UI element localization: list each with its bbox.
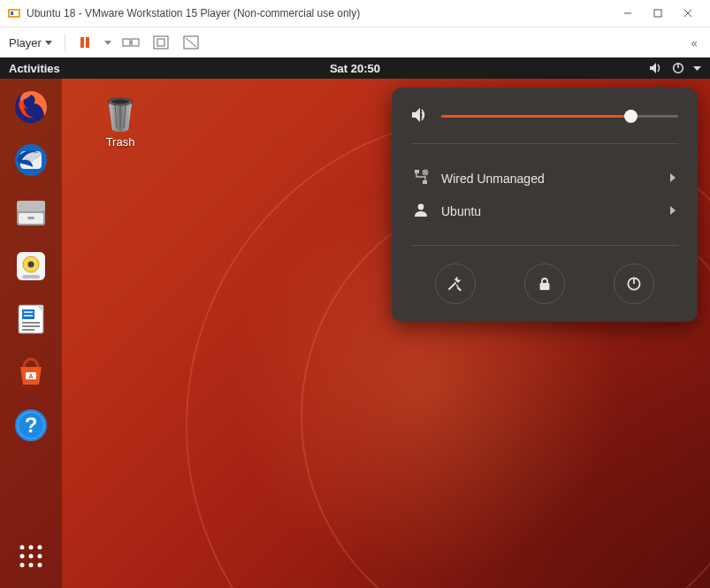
svg-point-49 [29,554,34,559]
host-toolbar: Player « [0,27,710,58]
svg-marker-68 [670,206,676,215]
files-icon [11,194,50,233]
svg-point-52 [29,563,34,568]
svg-line-69 [456,285,458,286]
thunderbird-launcher[interactable] [10,139,52,181]
volume-icon [411,107,429,126]
volume-slider-fill [441,115,630,118]
system-menu-popover: Wired Unmanaged Ubuntu [392,88,698,322]
svg-rect-37 [22,322,40,324]
desktop-wallpaper: A ? Trash [0,79,710,588]
status-area[interactable] [649,62,701,74]
user-menu-item[interactable]: Ubuntu [411,195,678,227]
svg-text:?: ? [25,413,38,437]
svg-rect-11 [123,39,130,46]
svg-marker-10 [104,41,111,45]
svg-rect-36 [24,315,33,317]
svg-point-45 [20,546,25,550]
svg-rect-15 [157,39,164,46]
fullscreen-button[interactable] [150,32,172,53]
writer-launcher[interactable] [10,298,52,340]
svg-point-46 [29,546,34,550]
volume-row [411,107,678,126]
host-window-title: Ubuntu 18 - VMware Workstation 15 Player… [27,7,613,19]
svg-rect-38 [22,325,40,327]
svg-marker-21 [693,66,701,71]
svg-marker-18 [650,63,656,73]
svg-text:A: A [28,372,34,380]
svg-rect-25 [17,201,45,211]
vmware-icon [7,6,21,20]
rhythmbox-icon [11,247,50,286]
svg-point-30 [28,262,34,268]
show-applications-button[interactable] [10,535,52,577]
volume-icon [649,62,663,74]
firefox-icon [11,88,50,126]
user-icon [413,202,429,220]
svg-line-17 [186,38,196,47]
apps-grid-icon [17,542,45,570]
power-icon [672,62,684,74]
svg-rect-39 [22,329,34,331]
svg-rect-27 [27,217,34,219]
settings-button[interactable] [435,263,476,304]
svg-point-53 [38,563,42,568]
gnome-top-panel: Activities Sat 20:50 [0,57,710,79]
collapse-toolbar-button[interactable]: « [683,32,705,53]
power-button[interactable] [614,263,654,304]
help-icon: ? [11,406,50,445]
svg-rect-62 [423,180,427,184]
network-menu-item[interactable]: Wired Unmanaged [411,162,678,195]
volume-slider-thumb[interactable] [624,110,637,123]
wired-network-icon [413,169,429,187]
pause-vm-button[interactable] [74,32,95,53]
menu-separator [411,143,678,144]
svg-rect-4 [654,10,661,17]
maximize-button[interactable] [643,0,673,27]
network-status-label: Wired Unmanaged [441,172,545,186]
help-launcher[interactable]: ? [10,404,52,447]
panel-clock[interactable]: Sat 20:50 [0,62,710,75]
svg-marker-60 [412,108,420,122]
files-launcher[interactable] [10,192,52,234]
svg-rect-8 [80,37,84,48]
player-menu-button[interactable]: Player [5,34,56,51]
send-ctrl-alt-del-button[interactable] [120,32,141,53]
lock-icon [537,276,553,292]
svg-point-51 [20,563,25,568]
software-launcher[interactable]: A [10,351,52,393]
svg-point-47 [38,546,42,550]
player-menu-label: Player [9,36,42,50]
trash-icon [99,93,141,135]
svg-point-59 [111,99,129,103]
chevron-down-icon [104,39,111,46]
svg-point-48 [20,554,25,559]
chevron-right-icon [669,204,676,218]
host-titlebar: Ubuntu 18 - VMware Workstation 15 Player… [0,0,710,27]
svg-point-50 [38,554,42,559]
chevron-right-icon [669,172,676,186]
rhythmbox-launcher[interactable] [10,245,52,287]
power-icon [626,276,642,292]
svg-marker-7 [45,41,52,45]
toolbar-separator [65,34,65,51]
chevron-down-icon [693,65,701,73]
user-name-label: Ubuntu [441,204,481,218]
ubuntu-dock: A ? [0,79,62,588]
svg-rect-2 [11,11,13,15]
svg-rect-35 [24,311,33,313]
unity-mode-button[interactable] [180,32,202,53]
trash-desktop-icon[interactable]: Trash [88,93,152,149]
close-button[interactable] [673,0,703,27]
firefox-launcher[interactable] [10,86,52,128]
settings-icon [447,275,464,293]
svg-rect-31 [22,275,40,279]
svg-rect-34 [22,309,34,319]
volume-slider[interactable] [441,115,678,118]
minimize-button[interactable] [613,0,643,27]
svg-rect-12 [132,39,139,46]
activities-button[interactable]: Activities [9,62,60,75]
chevron-down-icon [45,39,52,46]
guest-desktop-area: Activities Sat 20:50 [0,57,710,588]
lock-button[interactable] [524,263,565,304]
